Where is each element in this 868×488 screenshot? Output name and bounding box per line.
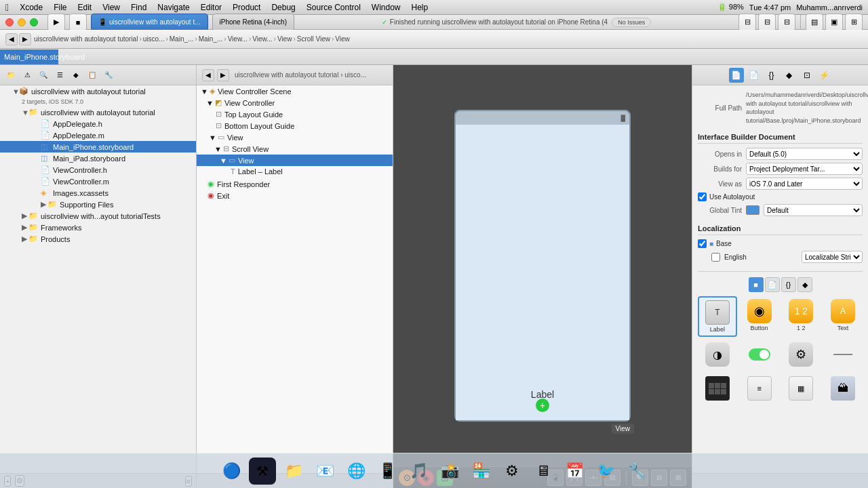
dock-photos[interactable]: 📸	[436, 458, 463, 485]
scene-back-btn[interactable]: ◀	[202, 69, 214, 81]
dock-finder[interactable]: 🔵	[218, 458, 245, 485]
lib-tab-media[interactable]: ◆	[797, 277, 812, 292]
tree-viewcontroller-h[interactable]: 📄 ViewController.h	[0, 164, 196, 176]
breadcrumb-item-9[interactable]: View	[335, 35, 350, 43]
menu-edit[interactable]: Edit	[78, 3, 92, 12]
layout-btn-3[interactable]: ⊞	[845, 14, 863, 31]
lib-tab-objects[interactable]: ■	[749, 277, 764, 292]
tree-group-main[interactable]: ▼ 📁 uiscrollview with autolayout tutoria…	[0, 106, 196, 118]
breadcrumb-item-2[interactable]: uisco...	[143, 35, 165, 43]
lib-item-collection[interactable]: ▦	[782, 373, 821, 405]
add-constraint-button[interactable]: +	[536, 399, 549, 412]
lib-item-button[interactable]: ◉ Button	[740, 296, 779, 337]
dock-calendar[interactable]: 📅	[561, 458, 588, 485]
lib-item-table-row[interactable]: ≡	[740, 373, 779, 405]
scene-item-scroll-view[interactable]: ▼ ⊟ Scroll View	[197, 143, 393, 155]
tree-images-xcassets[interactable]: ◈ Images.xcassets	[0, 187, 196, 199]
menu-file[interactable]: File	[54, 3, 66, 12]
nav-icon-report[interactable]: 📋	[85, 68, 99, 82]
dock-mail[interactable]: 📧	[311, 458, 338, 485]
menu-debug[interactable]: Debug	[271, 3, 295, 12]
dock-itunes[interactable]: 🎵	[405, 458, 432, 485]
menu-navigate[interactable]: Navigate	[157, 3, 189, 12]
scene-item-vc[interactable]: ▼ ◩ View Controller	[197, 97, 393, 108]
inspector-tab-event[interactable]: ⚡	[817, 68, 832, 83]
scene-item-top-layout[interactable]: ⊡ Top Layout Guide	[197, 108, 393, 120]
nav-icon-search[interactable]: 🔍	[37, 68, 50, 82]
inspector-tab-size[interactable]: ⊡	[800, 68, 814, 83]
lib-item-imageview[interactable]: 🏔	[823, 373, 863, 405]
inspector-tab-doc[interactable]: 📄	[747, 68, 762, 83]
scene-item-bottom-layout[interactable]: ⊡ Bottom Layout Guide	[197, 120, 393, 131]
inspector-toggle[interactable]: ⊟	[778, 14, 795, 31]
dock-appstore[interactable]: 🏪	[467, 458, 494, 485]
dock-files[interactable]: 📁	[280, 458, 307, 485]
dock-terminal[interactable]: 🖥	[530, 458, 557, 485]
scene-item-vc-scene[interactable]: ▼ ◈ View Controller Scene	[197, 85, 393, 97]
tree-appdelegate-h[interactable]: 📄 AppDelegate.h	[0, 118, 196, 129]
view-as-select[interactable]: iOS 7.0 and Later	[746, 178, 863, 190]
global-tint-select[interactable]: Default	[764, 204, 863, 216]
lib-item-switch[interactable]: ◑	[698, 340, 737, 371]
nav-icon-debug[interactable]: 🔧	[102, 68, 115, 82]
menu-window[interactable]: Window	[372, 3, 401, 12]
layout-btn-1[interactable]: ▤	[806, 14, 823, 31]
lib-item-line[interactable]	[823, 340, 863, 371]
nav-icon-list[interactable]: ☰	[53, 68, 66, 82]
dock-settings[interactable]: ⚙	[498, 458, 526, 485]
english-checkbox[interactable]	[711, 253, 720, 262]
tree-supporting-files[interactable]: ▶ 📁 Supporting Files	[0, 199, 196, 210]
lib-tab-files[interactable]: 📄	[765, 277, 780, 292]
scene-item-view-inner[interactable]: ▼ ▭ View	[197, 155, 393, 166]
back-button[interactable]: ◀	[5, 33, 18, 45]
menu-help[interactable]: Help	[412, 3, 429, 12]
scene-forward-btn[interactable]: ▶	[217, 69, 229, 81]
scene-item-view-top[interactable]: ▼ ▭ View	[197, 131, 393, 143]
breadcrumb-item-1[interactable]: uiscrollview with autolayout tutorial	[34, 35, 138, 43]
breadcrumb-item-8[interactable]: Scroll View	[297, 35, 330, 43]
breadcrumb-item-4[interactable]: Main_...	[199, 35, 223, 43]
tab-main-iphone-storyboard[interactable]: Main_iPhone.storyboard	[0, 49, 58, 64]
zoom-button[interactable]	[30, 18, 38, 26]
nav-icon-breakpoint[interactable]: ◆	[69, 68, 83, 82]
tree-main-iphone-storyboard[interactable]: ◫ Main_iPhone.storyboard	[0, 141, 196, 152]
dock-simulator[interactable]: 📱	[374, 458, 401, 485]
breadcrumb-item-6[interactable]: View...	[252, 35, 272, 43]
builds-for-select[interactable]: Project Deployment Tar...	[746, 163, 863, 175]
lib-item-stepper[interactable]: 1 2 1 2	[782, 296, 821, 337]
close-button[interactable]	[5, 18, 14, 26]
menu-xcode[interactable]: Xcode	[20, 3, 43, 12]
iphone-body[interactable]: Label +	[456, 125, 629, 420]
menu-view[interactable]: View	[102, 3, 120, 12]
opens-in-select[interactable]: Default (5.0)	[746, 148, 863, 160]
stop-button[interactable]: ■	[69, 14, 87, 31]
autolayout-checkbox[interactable]	[698, 192, 707, 201]
nav-icon-warning[interactable]: ⚠	[20, 68, 34, 82]
localizable-strings-select[interactable]: Localizable Strings	[802, 251, 863, 263]
nav-icon-folder[interactable]: 📁	[4, 68, 18, 82]
dock-safari[interactable]: 🌐	[342, 458, 370, 485]
scene-item-first-responder[interactable]: ◉ First Responder	[197, 178, 393, 190]
inspector-tab-code[interactable]: {}	[764, 68, 779, 83]
tree-frameworks[interactable]: ▶ 📁 Frameworks	[0, 222, 196, 233]
menu-editor[interactable]: Editor	[201, 3, 222, 12]
minimize-button[interactable]	[18, 18, 26, 26]
debugger-toggle[interactable]: ⊟	[758, 14, 776, 31]
inspector-tab-obj[interactable]: ◆	[782, 68, 797, 83]
global-tint-color[interactable]	[746, 205, 760, 215]
tree-project-root[interactable]: ▼ 📦 uiscrollview with autolayout tutoria…	[0, 85, 196, 97]
tree-appdelegate-m[interactable]: 📄 AppDelegate.m	[0, 129, 196, 141]
apple-menu[interactable]: 	[5, 2, 9, 13]
breadcrumb-item-5[interactable]: View...	[228, 35, 248, 43]
scene-item-label[interactable]: T Label – Label	[197, 166, 393, 177]
iphone-mockup[interactable]: ▓ Label +	[454, 110, 631, 422]
tree-tests[interactable]: ▶ 📁 uiscrollview with...ayout tutorialTe…	[0, 210, 196, 222]
lib-item-activity[interactable]: ⚙	[782, 340, 821, 371]
forward-button[interactable]: ▶	[19, 33, 31, 45]
dock-more[interactable]: 🔧	[623, 458, 650, 485]
menu-find[interactable]: Find	[131, 3, 146, 12]
tree-viewcontroller-m[interactable]: 📄 ViewController.m	[0, 176, 196, 187]
dock-xcode[interactable]: ⚒	[249, 458, 276, 485]
lib-item-dark[interactable]	[698, 373, 737, 405]
lib-tab-code[interactable]: {}	[781, 277, 796, 292]
